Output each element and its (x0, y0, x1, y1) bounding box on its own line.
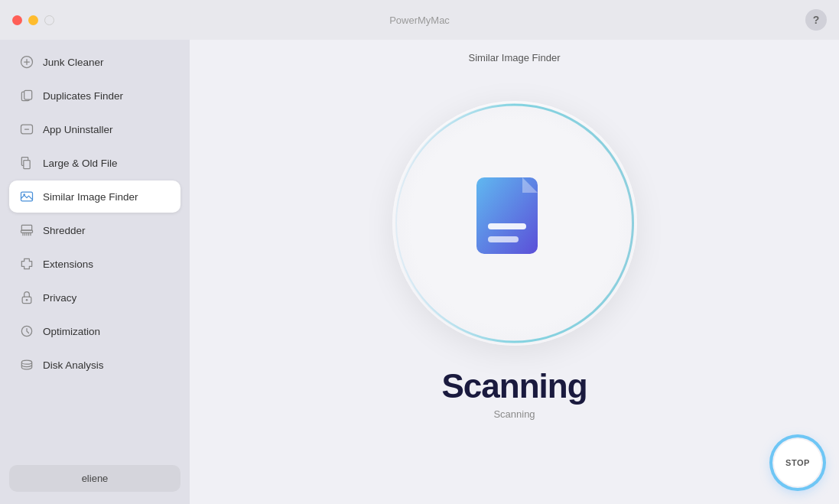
sidebar-item-app-uninstaller[interactable]: App Uninstaller (9, 113, 180, 145)
minimize-button[interactable] (28, 15, 38, 25)
svg-rect-5 (24, 161, 30, 169)
optimization-icon (18, 323, 35, 340)
shredder-label: Shredder (43, 225, 86, 236)
sidebar-item-privacy[interactable]: Privacy (9, 281, 180, 314)
user-button[interactable]: eliene (9, 465, 180, 492)
large-old-file-label: Large & Old File (43, 158, 118, 169)
svg-rect-8 (21, 225, 31, 230)
help-button[interactable]: ? (805, 9, 827, 31)
disk-analysis-label: Disk Analysis (43, 359, 104, 371)
app-uninstaller-icon (18, 121, 35, 138)
junk-cleaner-icon (18, 54, 35, 70)
large-old-file-icon (18, 154, 35, 171)
similar-image-finder-label: Similar Image Finder (43, 191, 138, 203)
svg-point-11 (26, 299, 28, 301)
svg-rect-16 (488, 223, 526, 229)
app-title: PowerMyMac (389, 15, 450, 26)
svg-point-7 (23, 193, 25, 196)
svg-point-13 (21, 360, 31, 364)
titlebar: PowerMyMac ? (0, 0, 839, 40)
scan-circle (392, 101, 637, 346)
sidebar-item-junk-cleaner[interactable]: Junk Cleaner (9, 46, 180, 78)
close-button[interactable] (12, 15, 22, 25)
duplicates-finder-icon (18, 87, 35, 104)
sidebar-item-duplicates-finder[interactable]: Duplicates Finder (9, 80, 180, 112)
sidebar-item-optimization[interactable]: Optimization (9, 315, 180, 347)
sidebar-item-similar-image-finder[interactable]: Similar Image Finder (9, 180, 180, 213)
svg-rect-2 (24, 90, 32, 99)
privacy-icon (18, 289, 35, 306)
scan-container: Scanning Scanning (392, 101, 637, 420)
disk-analysis-icon (18, 356, 35, 373)
page-title: Similar Image Finder (469, 40, 561, 76)
sidebar-item-extensions[interactable]: Extensions (9, 248, 180, 280)
main-layout: Junk Cleaner Duplicates Finder App Unins… (0, 40, 839, 504)
scan-title: Scanning (441, 367, 587, 405)
sidebar-item-large-old-file[interactable]: Large & Old File (9, 147, 180, 179)
app-uninstaller-label: App Uninstaller (43, 124, 113, 135)
optimization-label: Optimization (43, 326, 100, 337)
scan-subtitle: Scanning (493, 408, 535, 420)
extensions-label: Extensions (43, 259, 93, 270)
document-icon (473, 174, 557, 273)
shredder-icon (18, 222, 35, 239)
maximize-button[interactable] (44, 15, 54, 25)
junk-cleaner-label: Junk Cleaner (43, 57, 104, 68)
sidebar: Junk Cleaner Duplicates Finder App Unins… (0, 40, 190, 504)
similar-image-finder-icon (18, 188, 35, 205)
extensions-icon (18, 255, 35, 272)
content-area: Similar Image Finder (190, 40, 839, 504)
svg-rect-9 (21, 230, 33, 232)
sidebar-item-disk-analysis[interactable]: Disk Analysis (9, 349, 180, 381)
stop-button[interactable]: STOP (772, 437, 824, 489)
traffic-lights (12, 15, 54, 25)
sidebar-footer: eliene (9, 459, 180, 498)
sidebar-item-shredder[interactable]: Shredder (9, 214, 180, 246)
duplicates-finder-label: Duplicates Finder (43, 90, 123, 102)
svg-rect-17 (488, 236, 519, 242)
privacy-label: Privacy (43, 292, 76, 304)
